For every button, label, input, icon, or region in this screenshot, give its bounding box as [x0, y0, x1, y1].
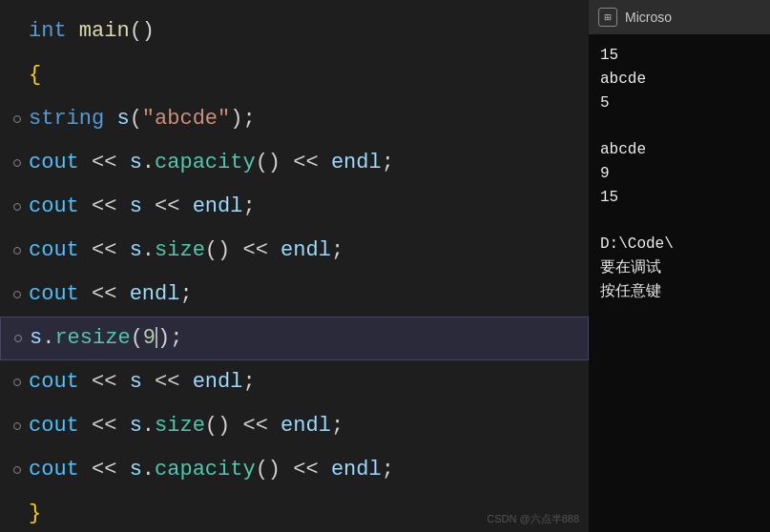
code-editor[interactable]: int main(){ string s("abcde"); cout << s… [0, 0, 589, 532]
token-9-7: << [230, 414, 281, 438]
terminal-line-0: 15 [600, 44, 759, 68]
terminal-line-2: 5 [600, 92, 759, 115]
terminal-panel: ⊞ Microso 15abcde5 abcde915 D:\Code\要在调试… [589, 0, 770, 532]
token-4-3: s [130, 194, 142, 218]
line-gutter-10 [0, 466, 29, 474]
terminal-line-10: 按任意键 [600, 280, 759, 304]
token-2-4: ( [130, 107, 142, 131]
line-dot-5 [13, 247, 21, 255]
token-5-6: () [205, 238, 230, 262]
line-string-s: string s("abcde"); [0, 97, 589, 141]
line-content-10: cout << s.capacity() << endl; [29, 448, 394, 492]
line-cout-s2: cout << s << endl; [0, 360, 589, 404]
token-0-0: int [29, 19, 67, 43]
line-content-5: cout << s.size() << endl; [29, 229, 343, 273]
line-dot-10 [13, 466, 21, 474]
line-content-6: cout << endl; [29, 273, 193, 317]
token-4-6: ; [242, 194, 255, 218]
token-5-1: cout [29, 238, 79, 262]
line-gutter-7 [1, 335, 30, 342]
token-8-6: ; [242, 370, 255, 394]
token-8-2: << [79, 370, 130, 394]
token-7-6: ) [157, 326, 170, 350]
token-7-3: resize [54, 326, 130, 350]
line-gutter-5 [0, 247, 29, 255]
terminal-line-1: abcde [600, 68, 759, 92]
terminal-line-5: 9 [600, 162, 759, 186]
token-4-4: << [142, 194, 193, 218]
token-6-4: ; [179, 282, 192, 306]
token-5-2: << [79, 238, 130, 262]
token-9-8: endl [281, 414, 331, 438]
terminal-line-6: 15 [600, 186, 759, 210]
token-5-5: size [155, 238, 205, 262]
token-4-2: << [79, 194, 130, 218]
token-8-3: s [130, 370, 142, 394]
token-0-3: () [130, 19, 155, 43]
token-6-2: << [79, 282, 130, 306]
line-content-4: cout << s << endl; [29, 185, 256, 229]
token-4-1: cout [29, 194, 79, 218]
token-8-1: cout [29, 370, 79, 394]
token-8-4: << [142, 370, 193, 394]
line-resize: s.resize(9); [0, 317, 589, 360]
token-10-1: cout [29, 458, 79, 481]
line-size1: cout << s.size() << endl; [0, 229, 589, 273]
terminal-line-8: D:\Code\ [600, 233, 759, 256]
line-open-brace: { [0, 53, 589, 97]
token-3-4: . [142, 151, 155, 174]
line-dot-7 [14, 335, 22, 342]
token-6-1: cout [29, 282, 79, 306]
token-3-3: s [130, 151, 142, 174]
token-10-8: endl [331, 458, 382, 481]
line-content-0: int main() [29, 10, 155, 53]
line-gutter-9 [0, 422, 29, 430]
token-9-1: cout [29, 414, 79, 438]
terminal-header: ⊞ Microso [589, 0, 770, 34]
token-5-3: s [130, 238, 142, 262]
terminal-line-7 [600, 210, 759, 234]
token-2-5: "abcde" [142, 107, 230, 131]
line-gutter-4 [0, 203, 29, 211]
token-9-9: ; [331, 414, 343, 438]
token-10-4: . [142, 458, 155, 481]
token-3-5: capacity [155, 151, 256, 174]
token-10-3: s [130, 458, 142, 481]
token-2-2 [104, 107, 116, 131]
token-9-6: () [205, 414, 230, 438]
line-gutter-3 [0, 159, 29, 167]
token-3-7: << [281, 151, 331, 174]
token-2-6: ); [230, 107, 255, 131]
line-capacity2: cout << s.capacity() << endl; [0, 448, 589, 492]
line-size2: cout << s.size() << endl; [0, 404, 589, 448]
terminal-body: 15abcde5 abcde915 D:\Code\要在调试按任意键 [589, 34, 770, 532]
token-9-5: size [155, 414, 205, 438]
token-3-1: cout [29, 151, 79, 174]
token-9-2: << [79, 414, 130, 438]
token-2-3: s [116, 107, 129, 131]
line-gutter-2 [0, 115, 29, 123]
terminal-icon: ⊞ [598, 8, 617, 27]
line-dot-8 [13, 379, 21, 386]
line-gutter-6 [0, 291, 29, 298]
token-1-0: { [29, 63, 41, 87]
token-7-5: 9 [143, 326, 156, 350]
line-capacity1: cout << s.capacity() << endl; [0, 141, 589, 185]
token-7-7: ; [170, 326, 182, 350]
line-int-main: int main() [0, 10, 589, 53]
token-7-1: s [30, 326, 42, 350]
token-6-3: endl [130, 282, 180, 306]
token-3-9: ; [382, 151, 394, 174]
token-5-4: . [142, 238, 155, 262]
token-3-6: () [256, 151, 281, 174]
token-4-5: endl [193, 194, 243, 218]
watermark: CSDN @六点半888 [487, 512, 579, 526]
token-10-7: << [281, 458, 331, 481]
terminal-line-3 [600, 114, 759, 138]
terminal-title: Microso [625, 10, 672, 25]
token-7-4: ( [131, 326, 143, 350]
token-5-7: << [230, 238, 281, 262]
line-cout-s1: cout << s << endl; [0, 185, 589, 229]
line-content-9: cout << s.size() << endl; [29, 404, 343, 448]
token-9-3: s [130, 414, 142, 438]
